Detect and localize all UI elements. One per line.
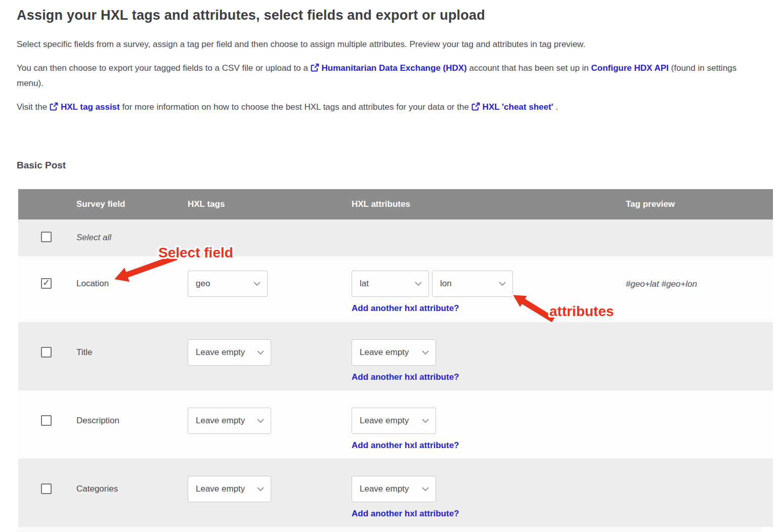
configure-hdx-api-link[interactable]: Configure HDX API <box>591 63 669 73</box>
chevron-down-icon <box>422 348 429 357</box>
row-checkbox[interactable]: ✓ <box>41 278 52 289</box>
intro-paragraph-2: You can then choose to export your tagge… <box>17 61 762 91</box>
table-header-row: Survey field HXL tags HXL attributes Tag… <box>18 189 773 219</box>
row-checkbox[interactable] <box>41 415 52 426</box>
external-link-icon <box>50 101 58 115</box>
header-hxl-attributes: HXL attributes <box>352 189 626 219</box>
chevron-down-icon <box>422 416 429 425</box>
hxl-cheat-sheet-link[interactable]: HXL 'cheat sheet' <box>471 102 553 112</box>
hxl-attribute-select[interactable]: Leave empty <box>352 476 436 502</box>
hxl-attribute-select-value: Leave empty <box>360 416 409 426</box>
intro-paragraph-3: Visit the HXL tag assist for more inform… <box>17 100 762 115</box>
hxl-cheat-sheet-link-label: HXL 'cheat sheet' <box>483 102 553 112</box>
checkmark-icon: ✓ <box>42 278 50 288</box>
intro-p3-text: Visit the <box>17 102 50 112</box>
hxl-tag-select-value: Leave empty <box>196 416 245 426</box>
select-all-label: Select all <box>76 233 111 243</box>
chevron-down-icon <box>253 279 261 288</box>
add-attribute-link[interactable]: Add another hxl attribute? <box>352 372 459 382</box>
hxl-attribute-select[interactable]: Leave empty <box>352 339 436 366</box>
configure-hdx-api-link-label: Configure HDX API <box>591 63 669 73</box>
intro-p3-text: for more information on how to choose th… <box>120 102 471 112</box>
hxl-attribute-select-value: lon <box>440 279 452 289</box>
intro-p3-text: . <box>553 102 558 112</box>
chevron-down-icon <box>499 279 506 288</box>
select-field-annotation: Select field <box>158 245 233 261</box>
hxl-tag-select[interactable]: Leave empty <box>188 339 271 366</box>
hxl-tag-select[interactable]: Leave empty <box>188 408 271 434</box>
survey-field-label: Description <box>76 416 119 426</box>
hdx-link-label: Humanitarian Data Exchange (HDX) <box>322 63 467 73</box>
tag-preview-text: #geo+lat #geo+lon <box>626 279 697 289</box>
row-checkbox[interactable] <box>41 483 52 494</box>
hxl-tag-select-value: geo <box>196 279 210 289</box>
table-row-location: ✓ Location geo lat <box>18 256 773 322</box>
add-attribute-link[interactable]: Add another hxl attribute? <box>352 509 459 519</box>
hxl-tag-select[interactable]: Leave empty <box>188 476 271 502</box>
chevron-down-icon <box>257 348 264 357</box>
add-attribute-link[interactable]: Add another hxl attribute? <box>352 303 459 314</box>
row-checkbox[interactable] <box>41 347 52 358</box>
table-bottom-strip <box>17 527 762 532</box>
header-hxl-tags: HXL tags <box>188 189 352 219</box>
hxl-export-page: Assign your HXL tags and attributes, sel… <box>0 0 776 532</box>
page-title: Assign your HXL tags and attributes, sel… <box>17 7 762 23</box>
hxl-attribute-select-value: lat <box>360 279 369 289</box>
hdx-link[interactable]: Humanitarian Data Exchange (HDX) <box>311 63 467 73</box>
chevron-down-icon <box>422 484 429 494</box>
hxl-tag-table: Survey field HXL tags HXL attributes Tag… <box>18 189 773 527</box>
hxl-tag-assist-link[interactable]: HXL tag assist <box>50 102 120 112</box>
select-all-row: Select all <box>18 219 773 256</box>
hxl-attribute-select[interactable]: lon <box>432 271 513 297</box>
hxl-tag-assist-link-label: HXL tag assist <box>61 102 120 112</box>
table-row-categories: Categories Leave empty Leave empty Add <box>18 459 773 527</box>
chevron-down-icon <box>257 416 264 425</box>
add-attribute-link[interactable]: Add another hxl attribute? <box>352 440 459 451</box>
survey-section-label: Basic Post <box>17 160 762 171</box>
survey-field-label: Location <box>76 279 109 289</box>
survey-field-label: Title <box>76 347 93 358</box>
intro-paragraph-1: Select specific fields from a survey, as… <box>17 37 762 52</box>
survey-field-label: Categories <box>76 484 118 494</box>
header-tag-preview: Tag preview <box>626 189 773 219</box>
hxl-attribute-select-value: Leave empty <box>360 484 409 494</box>
chevron-down-icon <box>257 484 264 494</box>
select-all-checkbox[interactable] <box>41 232 52 242</box>
hxl-tag-select-value: Leave empty <box>196 484 245 494</box>
hxl-tag-select-value: Leave empty <box>196 347 245 358</box>
intro-p2-text: You can then choose to export your tagge… <box>17 63 311 73</box>
hxl-attribute-select[interactable]: lat <box>352 271 429 297</box>
intro-p2-text: account that has been set up in <box>467 63 591 73</box>
header-checkbox-column <box>18 189 76 219</box>
hxl-attribute-select[interactable]: Leave empty <box>352 408 436 434</box>
hxl-tag-select[interactable]: geo <box>188 271 268 297</box>
attributes-annotation: attributes <box>549 303 614 320</box>
external-link-icon <box>311 62 319 76</box>
header-survey-field: Survey field <box>76 189 188 219</box>
hxl-attribute-select-value: Leave empty <box>360 347 409 358</box>
chevron-down-icon <box>415 279 422 288</box>
table-row-title: Title Leave empty Leave empty Add anoth <box>18 322 773 390</box>
table-row-description: Description Leave empty Leave empty Add <box>18 390 773 459</box>
external-link-icon <box>471 101 480 115</box>
